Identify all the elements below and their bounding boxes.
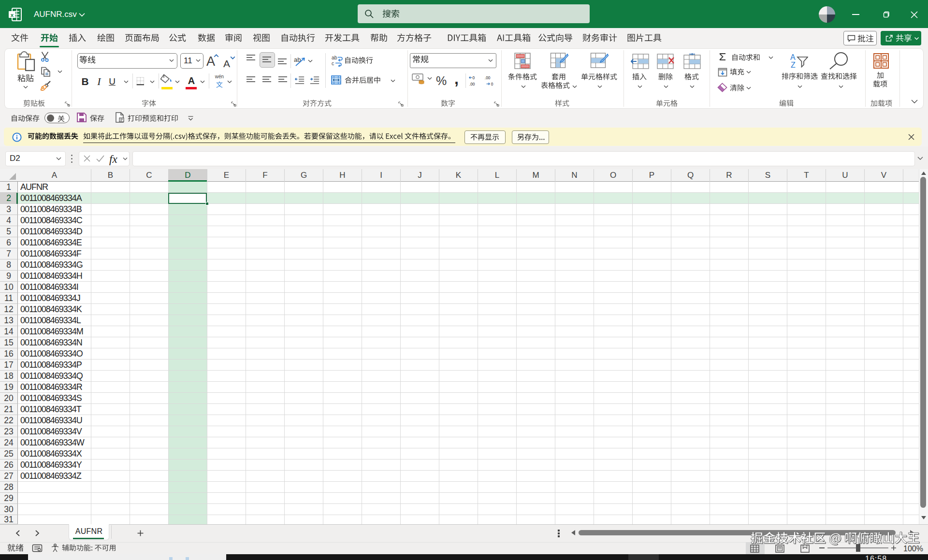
svg-text:c: c	[332, 60, 334, 66]
svg-text:.00: .00	[469, 82, 475, 86]
svg-text:ab: ab	[332, 55, 337, 60]
svg-text:wén: wén	[215, 74, 224, 79]
svg-text:.00: .00	[485, 75, 491, 80]
svg-text:x: x	[11, 12, 14, 18]
svg-text:A: A	[790, 53, 796, 61]
svg-text:Z: Z	[791, 61, 796, 69]
svg-text:0: 0	[491, 82, 493, 86]
svg-text:0: 0	[472, 75, 475, 80]
